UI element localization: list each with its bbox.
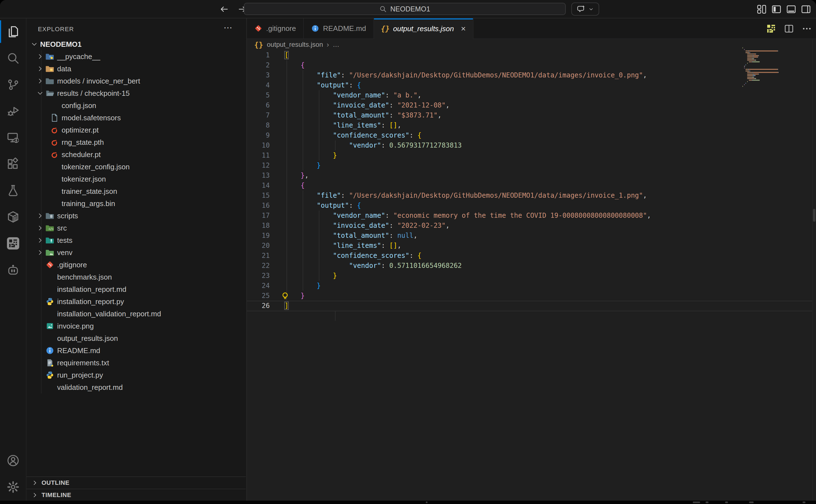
chevron-down-icon[interactable] bbox=[588, 6, 594, 12]
chevron-down-icon[interactable] bbox=[36, 90, 44, 97]
back-icon[interactable] bbox=[219, 4, 229, 14]
tree-item-validation-report-md[interactable]: validation_report.md bbox=[26, 381, 246, 393]
code-line-12[interactable]: 12 } bbox=[247, 160, 816, 170]
code-line-8[interactable]: 8 "line_items": [], bbox=[247, 120, 816, 130]
toggle-primary-sidebar-icon[interactable] bbox=[771, 4, 781, 14]
activity-ai-assistant[interactable] bbox=[0, 256, 26, 283]
activity-extensions[interactable] bbox=[0, 151, 26, 177]
tree-item-scripts[interactable]: scripts bbox=[26, 210, 246, 222]
code-line-15[interactable]: 15 "file": "/Users/dakshjain/Desktop/Git… bbox=[247, 190, 816, 200]
breadcrumb-more[interactable]: … bbox=[333, 41, 339, 48]
activity-docker[interactable] bbox=[0, 204, 26, 230]
activity-search[interactable] bbox=[0, 45, 26, 71]
code-line-10[interactable]: 10 "vendor": 0.5679317712783813 bbox=[247, 140, 816, 150]
chevron-right-icon[interactable] bbox=[36, 65, 44, 72]
tab-output-results-json[interactable]: {} output_results.json × bbox=[374, 18, 474, 39]
tree-item-requirements-txt[interactable]: requirements.txt bbox=[26, 357, 246, 369]
close-icon[interactable]: × bbox=[461, 24, 466, 33]
code-line-11[interactable]: 11 } bbox=[247, 150, 816, 160]
code-line-17[interactable]: 17 "vendor_name": "economic memory of th… bbox=[247, 211, 816, 221]
code-line-4[interactable]: 4 "output": { bbox=[247, 80, 816, 90]
tree-item-src[interactable]: </>src bbox=[26, 222, 246, 234]
tree-item-installation-validation-report-md[interactable]: installation_validation_report.md bbox=[26, 308, 246, 320]
tab-gitignore[interactable]: .gitignore bbox=[247, 18, 304, 38]
tree-item-trainer-state-json[interactable]: trainer_state.json bbox=[26, 185, 246, 197]
customize-layout-icon[interactable] bbox=[757, 4, 767, 14]
panel-timeline[interactable]: TIMELINE bbox=[26, 489, 246, 501]
chevron-right-icon[interactable] bbox=[36, 237, 44, 244]
code-line-14[interactable]: 14 { bbox=[247, 180, 816, 190]
code-line-25[interactable]: 25 } bbox=[247, 291, 816, 301]
tree-item-readme-md[interactable]: README.md bbox=[26, 344, 246, 357]
command-center-search[interactable]: NEODEMO1 bbox=[244, 3, 566, 15]
code-line-21[interactable]: 21 "confidence_scores": { bbox=[247, 251, 816, 261]
chevron-right-icon[interactable] bbox=[31, 479, 38, 486]
chevron-right-icon[interactable] bbox=[36, 53, 44, 60]
split-editor-icon[interactable] bbox=[784, 24, 794, 33]
activity-kilo-code[interactable] bbox=[0, 230, 26, 256]
activity-testing[interactable] bbox=[0, 177, 26, 204]
tree-item-scheduler-pt[interactable]: scheduler.pt bbox=[26, 148, 246, 161]
activity-run-debug[interactable] bbox=[0, 98, 26, 124]
tree-item-installation-report-py[interactable]: installation_report.py bbox=[26, 295, 246, 308]
tree-item-model-safetensors[interactable]: model.safetensors bbox=[26, 112, 246, 124]
code-line-20[interactable]: 20 "line_items": [], bbox=[247, 241, 816, 251]
code-line-3[interactable]: 3 "file": "/Users/dakshjain/Desktop/GitH… bbox=[247, 70, 816, 80]
minimap[interactable] bbox=[742, 47, 798, 95]
code-line-2[interactable]: 2 { bbox=[247, 60, 816, 70]
code-line-5[interactable]: 5 "vendor_name": "a b.", bbox=[247, 90, 816, 100]
code-line-9[interactable]: 9 "confidence_scores": { bbox=[247, 130, 816, 140]
tree-item-results-checkpoint-15[interactable]: results / checkpoint-15 bbox=[26, 87, 246, 99]
tree-item-output-results-json[interactable]: output_results.json bbox=[26, 332, 246, 344]
tree-item-rng-state-pth[interactable]: rng_state.pth bbox=[26, 136, 246, 148]
tree-item-invoice-png[interactable]: invoice.png bbox=[26, 320, 246, 332]
activity-remote-explorer[interactable] bbox=[0, 124, 26, 151]
code-line-19[interactable]: 19 "total_amount": null, bbox=[247, 231, 816, 241]
activity-settings[interactable] bbox=[0, 474, 26, 500]
tree-item-tokenizer-config-json[interactable]: tokenizer_config.json bbox=[26, 161, 246, 173]
panel-outline[interactable]: OUTLINE bbox=[26, 476, 246, 489]
code-line-13[interactable]: 13 }, bbox=[247, 170, 816, 180]
chevron-right-icon[interactable] bbox=[36, 77, 44, 85]
tree-item-pycache[interactable]: __pycache__ bbox=[26, 50, 246, 63]
chevron-down-icon[interactable] bbox=[31, 41, 38, 48]
activity-explorer[interactable] bbox=[0, 18, 26, 45]
toggle-secondary-sidebar-icon[interactable] bbox=[801, 4, 811, 14]
chevron-right-icon[interactable] bbox=[36, 224, 44, 232]
code-line-22[interactable]: 22 "vendor": 0.5711016654968262 bbox=[247, 261, 816, 271]
tree-item-optimizer-pt[interactable]: optimizer.pt bbox=[26, 124, 246, 136]
tree-item-tokenizer-json[interactable]: tokenizer.json bbox=[26, 173, 246, 185]
code-line-23[interactable]: 23 } bbox=[247, 271, 816, 281]
tree-item-training-args-bin[interactable]: training_args.bin bbox=[26, 197, 246, 210]
activity-source-control[interactable] bbox=[0, 71, 26, 98]
code-editor[interactable]: 1 [ 2 { 3 "file": "/Users/dakshjain/Desk… bbox=[247, 50, 816, 501]
code-line-6[interactable]: 6 "invoice_date": "2021-12-08", bbox=[247, 100, 816, 110]
toggle-panel-icon[interactable] bbox=[786, 4, 796, 14]
more-actions-icon[interactable]: ⋯ bbox=[224, 22, 233, 33]
copilot-chat-button[interactable] bbox=[571, 3, 599, 16]
tree-root-neodemo1[interactable]: NEODEMO1 bbox=[26, 38, 246, 50]
tree-item-benchmarks-json[interactable]: benchmarks.json bbox=[26, 271, 246, 283]
code-line-18[interactable]: 18 "invoice_date": "2022-02-23", bbox=[247, 221, 816, 231]
more-actions-icon[interactable] bbox=[802, 24, 812, 33]
tree-item-gitignore[interactable]: .gitignore bbox=[26, 259, 246, 271]
tab-readme-md[interactable]: README.md bbox=[304, 18, 374, 38]
code-line-7[interactable]: 7 "total_amount": "$3873.71", bbox=[247, 110, 816, 120]
tree-item-venv[interactable]: venv bbox=[26, 246, 246, 259]
code-line-1[interactable]: 1 [ bbox=[247, 50, 816, 60]
breadcrumb-file[interactable]: output_results.json bbox=[267, 41, 323, 48]
tree-item-tests[interactable]: tests bbox=[26, 234, 246, 246]
code-line-16[interactable]: 16 "output": { bbox=[247, 200, 816, 211]
chevron-right-icon[interactable] bbox=[31, 492, 38, 498]
tree-item-installation-report-md[interactable]: installation_report.md bbox=[26, 283, 246, 295]
activity-accounts[interactable] bbox=[0, 447, 26, 474]
tree-item-run-project-py[interactable]: run_project.py bbox=[26, 369, 246, 381]
kilo-code-action-icon[interactable] bbox=[766, 24, 776, 33]
chevron-right-icon[interactable] bbox=[36, 212, 44, 219]
breadcrumb[interactable]: {} output_results.json › … bbox=[247, 39, 816, 50]
code-line-26[interactable]: 26 ] bbox=[247, 301, 816, 311]
tree-item-data[interactable]: data bbox=[26, 63, 246, 75]
chevron-right-icon[interactable] bbox=[36, 249, 44, 256]
tree-item-models-invoice-ner-bert[interactable]: models / invoice_ner_bert bbox=[26, 75, 246, 87]
tree-item-config-json[interactable]: config.json bbox=[26, 99, 246, 112]
